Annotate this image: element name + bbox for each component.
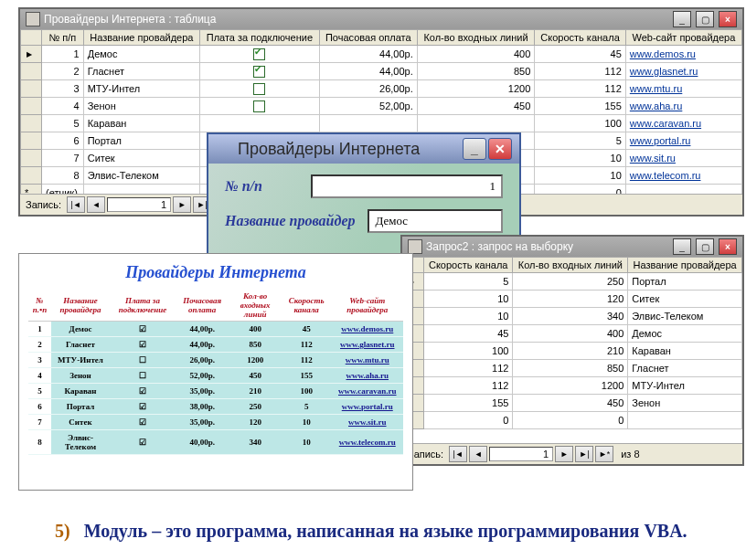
cell[interactable]: 26,00р. (319, 80, 417, 98)
new-row[interactable]: *00 (403, 412, 742, 429)
cell[interactable]: www.glasnet.ru (625, 63, 741, 80)
cell[interactable]: www.telecom.ru (625, 167, 741, 185)
name-input[interactable]: Демос (368, 209, 503, 233)
cell[interactable]: 112 (424, 377, 513, 395)
cell[interactable] (200, 63, 320, 80)
qnav-new[interactable]: ►* (595, 446, 613, 462)
row-selector[interactable] (21, 98, 42, 115)
cell[interactable]: 155 (535, 98, 626, 115)
cell[interactable]: 45 (424, 325, 513, 343)
column-header[interactable]: Плата за подключение (200, 30, 320, 46)
cell[interactable]: 112 (535, 80, 626, 98)
cell[interactable]: Ситек (83, 150, 199, 167)
cell[interactable]: 250 (513, 273, 628, 291)
cell[interactable]: 210 (513, 343, 628, 360)
cell[interactable]: Портал (628, 273, 742, 291)
cell[interactable]: 0 (535, 185, 626, 195)
cell-link[interactable]: www.sit.ru (332, 415, 403, 430)
cell[interactable]: 44,00р. (319, 46, 417, 63)
cell[interactable]: Гласнет (628, 360, 742, 377)
qnav-first[interactable]: |◄ (449, 446, 467, 462)
form-minimize[interactable]: _ (463, 138, 486, 160)
cell[interactable] (200, 80, 320, 98)
column-header[interactable]: Почасовая оплата (319, 30, 417, 46)
cell[interactable] (83, 185, 199, 195)
table-row[interactable]: 5Караван100www.caravan.ru (21, 115, 742, 132)
cell[interactable]: 1200 (417, 80, 535, 98)
titlebar[interactable]: Провайдеры Интернета : таблица _ ▢ × (20, 9, 742, 29)
cell[interactable]: 6 (42, 132, 84, 150)
cell[interactable]: 5 (424, 273, 513, 291)
nav-position[interactable]: 1 (107, 197, 171, 212)
cell-link[interactable]: www.demos.ru (332, 322, 403, 337)
cell[interactable]: Караван (628, 343, 742, 360)
cell[interactable]: 112 (424, 360, 513, 377)
cell[interactable]: 10 (424, 308, 513, 325)
table-row[interactable]: 3МТУ-Интел26,00р.1200112www.mtu.ru (21, 80, 742, 98)
close-button[interactable]: × (719, 11, 737, 27)
cell[interactable]: Зенон (628, 395, 742, 412)
cell[interactable]: 10 (424, 291, 513, 308)
cell[interactable]: 5 (535, 132, 626, 150)
cell[interactable]: Гласнет (83, 63, 199, 80)
qnav-next[interactable]: ► (555, 446, 573, 462)
maximize-button[interactable]: ▢ (696, 11, 714, 27)
qnav-last[interactable]: ►| (575, 446, 593, 462)
cell[interactable]: www.portal.ru (625, 132, 741, 150)
cell[interactable]: 850 (417, 63, 535, 80)
cell[interactable]: 100 (535, 115, 626, 132)
table-row[interactable]: 4Зенон52,00р.450155www.aha.ru (21, 98, 742, 115)
form-close[interactable]: ✕ (488, 138, 512, 160)
nav-next[interactable]: ► (173, 196, 191, 213)
nav-first[interactable]: |◄ (67, 196, 85, 213)
form-titlebar[interactable]: Провайдеры Интернета _ ✕ (208, 134, 519, 164)
cell[interactable]: 1200 (513, 377, 628, 395)
cell[interactable] (628, 412, 742, 429)
cell[interactable]: www.caravan.ru (625, 115, 741, 132)
cell[interactable]: 100 (424, 343, 513, 360)
table-row[interactable]: 155450Зенон (403, 395, 742, 412)
cell-link[interactable]: www.mtu.ru (332, 353, 403, 368)
query-maximize[interactable]: ▢ (696, 238, 714, 255)
cell[interactable]: Элвис-Телеком (83, 167, 199, 185)
cell[interactable]: 0 (513, 412, 628, 429)
cell[interactable]: МТУ-Интел (83, 80, 199, 98)
cell[interactable]: 850 (513, 360, 628, 377)
nav-prev[interactable]: ◄ (87, 196, 105, 213)
column-header[interactable]: Скорость канала (424, 258, 513, 273)
cell[interactable]: Элвис-Телеком (628, 308, 742, 325)
cell[interactable] (200, 46, 320, 63)
cell[interactable]: 7 (42, 150, 84, 167)
cell[interactable]: 44,00р. (319, 63, 417, 80)
cell[interactable] (625, 185, 741, 195)
cell[interactable]: Демос (628, 325, 742, 343)
cell[interactable]: 450 (513, 395, 628, 412)
cell[interactable]: 10 (535, 167, 626, 185)
cell[interactable]: 45 (535, 46, 626, 63)
cell[interactable] (319, 115, 417, 132)
cell[interactable]: Зенон (83, 98, 199, 115)
cell[interactable] (417, 115, 535, 132)
column-header[interactable]: Название провайдера (628, 258, 742, 273)
query-close[interactable]: × (719, 238, 737, 255)
cell[interactable]: Демос (83, 46, 199, 63)
cell[interactable]: www.sit.ru (625, 150, 741, 167)
column-header[interactable]: Кол-во входных линий (513, 258, 628, 273)
row-selector[interactable] (21, 167, 42, 185)
qnav-prev[interactable]: ◄ (469, 446, 487, 462)
cell[interactable]: www.aha.ru (625, 98, 741, 115)
cell[interactable]: 2 (42, 63, 84, 80)
qnav-position[interactable]: 1 (489, 447, 553, 461)
row-selector[interactable] (21, 63, 42, 80)
cell[interactable]: Караван (83, 115, 199, 132)
row-selector[interactable] (21, 150, 42, 167)
row-selector[interactable] (21, 115, 42, 132)
cell[interactable]: 10 (535, 150, 626, 167)
table-row[interactable]: 100210Караван (403, 343, 742, 360)
cell[interactable]: Ситек (628, 291, 742, 308)
cell[interactable]: 3 (42, 80, 84, 98)
cell-link[interactable]: www.glasnet.ru (332, 337, 403, 353)
cell[interactable]: 4 (42, 98, 84, 115)
query-minimize[interactable]: _ (673, 238, 691, 255)
cell-link[interactable]: www.portal.ru (332, 399, 403, 415)
